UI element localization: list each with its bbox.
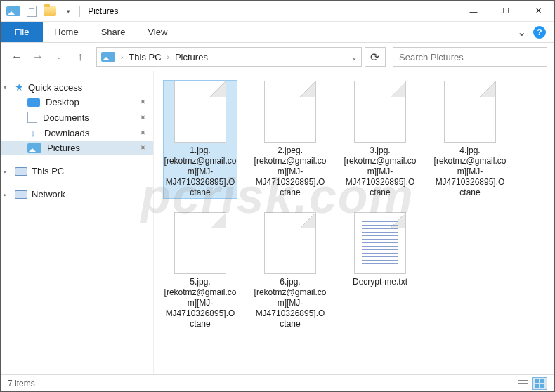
svg-rect-1 bbox=[518, 383, 528, 384]
file-name: 3.jpg.[rekotmz@gmail.com][MJ-MJ471032689… bbox=[344, 145, 417, 198]
text-file-icon bbox=[354, 212, 406, 274]
chevron-down-icon[interactable]: ▾ bbox=[4, 84, 7, 91]
quick-access-toolbar: ▾ bbox=[1, 5, 75, 18]
chevron-right-icon[interactable]: ▸ bbox=[4, 168, 7, 175]
file-item[interactable]: 4.jpg.[rekotmz@gmail.com][MJ-MJ471032689… bbox=[433, 81, 507, 198]
title-separator: | bbox=[75, 5, 84, 18]
home-tab[interactable]: Home bbox=[43, 22, 90, 42]
sidebar-item-label: Downloads bbox=[44, 128, 89, 138]
pin-icon: ✦ bbox=[138, 127, 149, 138]
pin-icon: ✦ bbox=[138, 143, 149, 154]
network-icon bbox=[15, 190, 27, 199]
svg-rect-5 bbox=[535, 384, 539, 388]
ribbon: File Home Share View ⌄ ? bbox=[1, 22, 554, 43]
pictures-icon bbox=[27, 143, 41, 153]
file-item[interactable]: 6.jpg.[rekotmz@gmail.com][MJ-MJ471032689… bbox=[254, 212, 327, 329]
sidebar-item-pictures[interactable]: Pictures ✦ bbox=[1, 141, 153, 155]
blank-file-icon bbox=[174, 212, 226, 274]
sidebar-this-pc[interactable]: ▸ This PC bbox=[1, 164, 153, 178]
file-name: 4.jpg.[rekotmz@gmail.com][MJ-MJ471032689… bbox=[433, 145, 507, 198]
svg-rect-6 bbox=[540, 384, 544, 388]
sidebar-label: This PC bbox=[32, 166, 64, 176]
blank-file-icon bbox=[264, 81, 316, 143]
share-tab[interactable]: Share bbox=[90, 22, 137, 42]
svg-rect-3 bbox=[535, 379, 539, 383]
file-name: Decrypt-me.txt bbox=[353, 277, 407, 287]
breadcrumb-folder[interactable]: Pictures bbox=[175, 52, 208, 63]
qat-properties-icon[interactable] bbox=[25, 5, 39, 18]
sidebar-label: Network bbox=[32, 189, 65, 200]
breadcrumb-sep-icon: › bbox=[167, 53, 169, 61]
downloads-icon: ↓ bbox=[27, 127, 39, 138]
app-icon bbox=[6, 5, 20, 18]
up-button[interactable]: ↑ bbox=[71, 48, 89, 66]
desktop-icon bbox=[27, 98, 40, 107]
search-input[interactable] bbox=[393, 47, 547, 67]
file-name: 1.jpg.[rekotmz@gmail.com][MJ-MJ471032689… bbox=[164, 145, 237, 198]
file-name: 2.jpeg.[rekotmz@gmail.com][MJ-MJ47103268… bbox=[254, 145, 327, 198]
file-item[interactable]: 3.jpg.[rekotmz@gmail.com][MJ-MJ471032689… bbox=[344, 81, 417, 198]
file-grid: 1.jpg.[rekotmz@gmail.com][MJ-MJ471032689… bbox=[164, 81, 544, 329]
file-item[interactable]: 5.jpg.[rekotmz@gmail.com][MJ-MJ471032689… bbox=[164, 212, 237, 329]
address-dropdown-icon[interactable]: ⌄ bbox=[351, 53, 357, 61]
thumbnails-view-button[interactable] bbox=[532, 377, 547, 390]
help-icon[interactable]: ? bbox=[533, 26, 546, 39]
maximize-button[interactable]: ☐ bbox=[490, 1, 522, 22]
sidebar-item-downloads[interactable]: ↓ Downloads ✦ bbox=[1, 125, 153, 141]
blank-file-icon bbox=[444, 81, 496, 143]
pc-icon bbox=[15, 167, 27, 176]
minimize-button[interactable]: — bbox=[457, 1, 490, 22]
location-icon bbox=[101, 52, 115, 62]
sidebar-item-label: Desktop bbox=[46, 97, 79, 107]
qat-newfolder-icon[interactable] bbox=[43, 5, 57, 18]
ribbon-expand-icon[interactable]: ⌄ bbox=[517, 25, 526, 39]
pin-icon: ✦ bbox=[138, 97, 149, 108]
blank-file-icon bbox=[354, 81, 406, 143]
status-item-count: 7 items bbox=[8, 379, 35, 388]
forward-button[interactable]: → bbox=[29, 48, 47, 66]
sidebar-label: Quick access bbox=[28, 82, 82, 93]
window-title: Pictures bbox=[84, 6, 118, 16]
recent-locations-button[interactable]: ⌄ bbox=[50, 48, 68, 66]
blank-file-icon bbox=[174, 81, 226, 143]
back-button[interactable]: ← bbox=[8, 48, 26, 66]
sidebar-quick-access[interactable]: ▾ ★ Quick access bbox=[1, 79, 153, 95]
documents-icon bbox=[27, 112, 37, 123]
svg-rect-2 bbox=[518, 386, 528, 386]
view-mode-switch bbox=[515, 377, 547, 390]
refresh-button[interactable]: ⟳ bbox=[365, 47, 386, 67]
file-tab[interactable]: File bbox=[1, 22, 43, 42]
svg-rect-0 bbox=[518, 380, 528, 381]
explorer-body: ▾ ★ Quick access Desktop ✦ Documents ✦ ↓… bbox=[1, 71, 554, 374]
blank-file-icon bbox=[264, 212, 316, 274]
address-bar[interactable]: › This PC › Pictures ⌄ bbox=[96, 47, 362, 67]
file-name: 6.jpg.[rekotmz@gmail.com][MJ-MJ471032689… bbox=[254, 277, 327, 329]
file-name: 5.jpg.[rekotmz@gmail.com][MJ-MJ471032689… bbox=[164, 277, 237, 329]
file-item[interactable]: 2.jpeg.[rekotmz@gmail.com][MJ-MJ47103268… bbox=[254, 81, 327, 198]
status-bar: 7 items bbox=[1, 374, 554, 391]
sidebar-item-desktop[interactable]: Desktop ✦ bbox=[1, 95, 153, 110]
svg-rect-4 bbox=[540, 379, 544, 383]
star-icon: ★ bbox=[15, 81, 24, 93]
sidebar-item-label: Pictures bbox=[47, 143, 80, 153]
navigation-bar: ← → ⌄ ↑ › This PC › Pictures ⌄ ⟳ bbox=[1, 43, 554, 71]
details-view-button[interactable] bbox=[515, 377, 530, 390]
breadcrumb-sep-icon: › bbox=[121, 53, 123, 61]
file-item[interactable]: 1.jpg.[rekotmz@gmail.com][MJ-MJ471032689… bbox=[164, 81, 237, 198]
title-bar: ▾ | Pictures — ☐ ✕ bbox=[1, 1, 554, 22]
sidebar-network[interactable]: ▸ Network bbox=[1, 187, 153, 202]
chevron-right-icon[interactable]: ▸ bbox=[4, 191, 7, 198]
breadcrumb-root[interactable]: This PC bbox=[129, 52, 161, 63]
pin-icon: ✦ bbox=[138, 112, 149, 123]
file-list-pane[interactable]: 1.jpg.[rekotmz@gmail.com][MJ-MJ471032689… bbox=[154, 71, 554, 374]
close-button[interactable]: ✕ bbox=[522, 1, 554, 22]
sidebar-item-documents[interactable]: Documents ✦ bbox=[1, 110, 153, 125]
qat-dropdown-icon[interactable]: ▾ bbox=[61, 5, 75, 18]
navigation-pane: ▾ ★ Quick access Desktop ✦ Documents ✦ ↓… bbox=[1, 71, 154, 374]
view-tab[interactable]: View bbox=[136, 22, 178, 42]
file-item[interactable]: Decrypt-me.txt bbox=[344, 212, 417, 329]
sidebar-item-label: Documents bbox=[43, 112, 89, 123]
window-controls: — ☐ ✕ bbox=[457, 1, 554, 22]
